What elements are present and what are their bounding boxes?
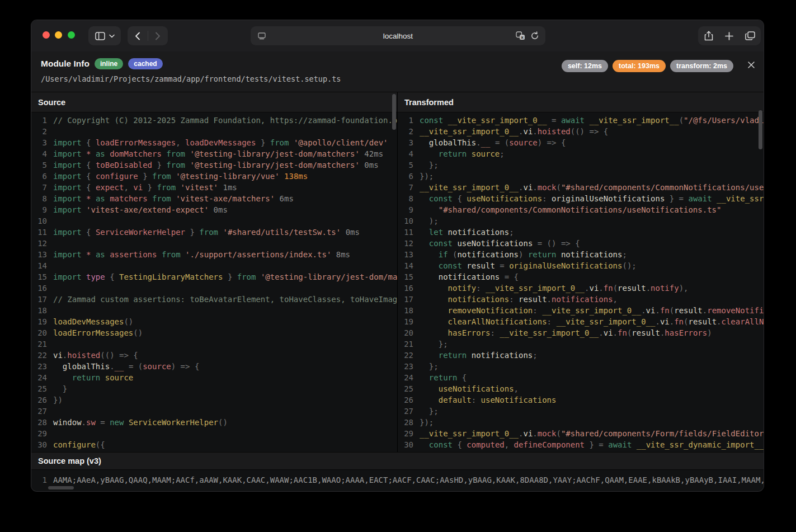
code-line: 23 globalThis.__ = (source) => {	[31, 361, 397, 372]
line-number: 15	[31, 271, 47, 283]
line-number: 20	[398, 327, 413, 338]
line-number: 14	[398, 260, 413, 271]
line-number: 9	[31, 204, 47, 215]
source-panel: Source 1// Copyright (C) 2012-2025 Zamma…	[31, 92, 398, 452]
sourcemap-hscrollbar-thumb[interactable]	[48, 486, 74, 489]
code-line: 29__vite_ssr_import_0__.vi.mock("#shared…	[398, 428, 764, 439]
code-line: 25 }	[31, 383, 397, 394]
line-number: 1	[31, 474, 47, 486]
code-line: 5 };	[398, 159, 764, 171]
code-line: 12 const useNotifications = () => {	[398, 238, 764, 249]
code-line: 21	[31, 338, 397, 350]
code-line: 26 default: useNotifications	[398, 394, 764, 406]
share-button[interactable]	[704, 31, 713, 41]
source-panel-title: Source	[31, 92, 397, 112]
line-number: 10	[398, 215, 413, 227]
code-line: 18	[31, 305, 397, 316]
minimize-window-button[interactable]	[55, 31, 62, 39]
code-line: 3 globalThis.__ = (source) => {	[398, 137, 764, 148]
line-number: 20	[31, 327, 47, 338]
zoom-window-button[interactable]	[68, 31, 75, 39]
code-line: 17// Zammad custom assertions: toBeAvata…	[31, 294, 397, 305]
code-line: 6});	[398, 171, 764, 182]
line-number: 7	[31, 182, 47, 193]
sourcemap-code: 1AAMA;AAeA,yBAAG,QAAQ,MAAM;AACf,aAAW,KAA…	[31, 470, 764, 491]
line-number: 7	[398, 182, 413, 193]
code-line: 8import * as matchers from 'vitest-axe/m…	[31, 193, 397, 204]
close-button[interactable]	[746, 60, 756, 70]
line-number: 26	[31, 394, 47, 406]
code-line: 24 return source	[31, 372, 397, 383]
code-line: 29	[31, 428, 397, 439]
line-number: 22	[398, 350, 413, 361]
tab-overview-button[interactable]	[745, 31, 755, 40]
code-line: 7__vite_ssr_import_0__.vi.mock("#shared/…	[398, 182, 764, 193]
translate-icon[interactable]: x	[516, 31, 525, 40]
browser-window: localhost x Module Info inline cached	[31, 20, 764, 491]
line-number: 2	[31, 126, 47, 137]
sourcemap-panel-title: Source map (v3)	[31, 452, 764, 470]
back-button[interactable]	[128, 26, 148, 45]
module-path: /Users/vladimir/Projects/zammad/app/fron…	[41, 74, 341, 83]
close-icon	[747, 61, 755, 69]
line-number: 23	[398, 361, 413, 372]
code-line: 15 notifications = {	[398, 271, 764, 283]
self-time-pill: self: 12ms	[562, 60, 608, 72]
transformed-panel-title: Transformed	[398, 92, 764, 112]
line-number: 12	[31, 238, 47, 249]
line-number: 25	[31, 383, 47, 394]
code-line: 16 notify: __vite_ssr_import_0__.vi.fn(r…	[398, 283, 764, 294]
line-number: 16	[398, 283, 413, 294]
line-number: 19	[398, 316, 413, 327]
code-line: 27	[31, 406, 397, 417]
transformed-scrollbar-thumb[interactable]	[759, 110, 762, 149]
code-panels: Source 1// Copyright (C) 2012-2025 Zamma…	[31, 92, 764, 452]
line-number: 3	[398, 137, 413, 148]
code-line: 1const __vite_ssr_import_0__ = await __v…	[398, 115, 764, 126]
code-line: 28});	[398, 417, 764, 428]
forward-button[interactable]	[148, 26, 168, 45]
code-line: 24 return {	[398, 372, 764, 383]
line-number: 3	[31, 137, 47, 148]
code-line: 2	[31, 126, 397, 137]
code-line: 1AAMA;AAeA,yBAAG,QAAQ,MAAM;AACf,aAAW,KAA…	[31, 474, 764, 486]
line-number: 22	[31, 350, 47, 361]
address-bar[interactable]: localhost x	[251, 26, 545, 45]
line-number: 28	[398, 417, 413, 428]
window-actions	[698, 26, 761, 45]
cached-badge: cached	[128, 58, 162, 69]
code-line: 30configure({	[31, 439, 397, 450]
code-line: 11 let notifications;	[398, 227, 764, 238]
code-line: 19 clearAllNotifications: __vite_ssr_imp…	[398, 316, 764, 327]
module-info-header: Module Info inline cached self: 12ms tot…	[31, 51, 764, 92]
code-line: 18 removeNotification: __vite_ssr_import…	[398, 305, 764, 316]
code-line: 2__vite_ssr_import_0__.vi.hoisted(() => …	[398, 126, 764, 137]
line-number: 13	[31, 249, 47, 260]
line-number: 30	[398, 439, 413, 450]
code-line: 9 "#shared/components/CommonNotification…	[398, 204, 764, 215]
source-scrollbar-thumb[interactable]	[392, 94, 396, 130]
new-tab-button[interactable]	[725, 32, 733, 40]
code-line: 14	[31, 260, 397, 271]
line-number: 5	[31, 159, 47, 171]
line-number: 24	[31, 372, 47, 383]
line-number: 30	[31, 439, 47, 450]
code-line: 10	[31, 215, 397, 227]
transformed-panel: Transformed 1const __vite_ssr_import_0__…	[398, 92, 764, 452]
source-code: 1// Copyright (C) 2012-2025 Zammad Found…	[31, 112, 397, 452]
line-number: 5	[398, 159, 413, 171]
line-number: 23	[31, 361, 47, 372]
line-number: 11	[398, 227, 413, 238]
code-line: 13import * as assertions from './support…	[31, 249, 397, 260]
browser-toolbar: localhost x	[31, 20, 764, 51]
close-window-button[interactable]	[43, 31, 50, 39]
address-text: localhost	[383, 32, 413, 40]
line-number: 4	[398, 148, 413, 159]
sidebar-toggle-button[interactable]	[88, 26, 121, 45]
line-number: 24	[398, 372, 413, 383]
chevron-down-icon	[109, 34, 115, 38]
sidebar-toggle-icon	[95, 32, 105, 40]
code-line: 9import 'vitest-axe/extend-expect' 0ms	[31, 204, 397, 215]
code-line: 23 };	[398, 361, 764, 372]
reload-icon[interactable]	[530, 31, 539, 40]
